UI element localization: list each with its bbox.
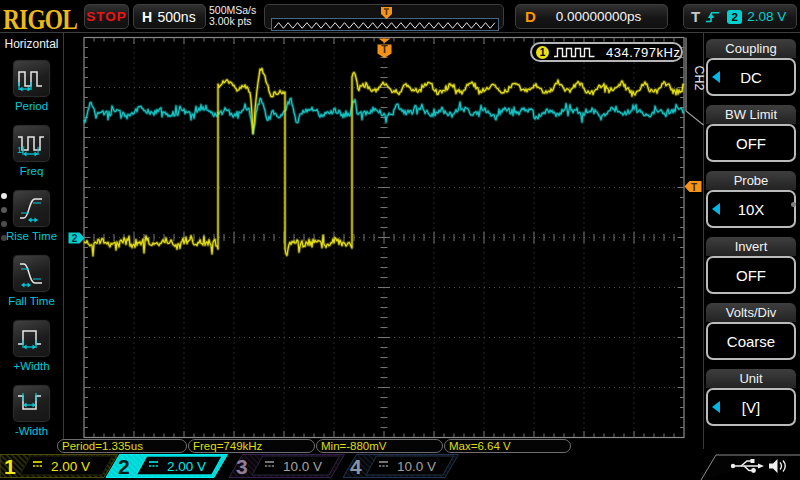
volts-div-label: Volts/Div (706, 303, 796, 322)
probe-value: 10X (738, 201, 765, 218)
bw-limit-value: OFF (736, 135, 766, 152)
invert-value-button[interactable]: OFF (706, 256, 796, 294)
measurement-min: Min=-880mV (316, 439, 443, 453)
trigger-frequency-value: 434.797kHz (606, 45, 680, 60)
scope-display: TT2CH2 (0, 0, 800, 480)
coupling-label: Coupling (706, 39, 796, 58)
measurement-period: Period=1.335us (57, 439, 187, 453)
channel-2-scale: 2.00 V (167, 459, 206, 474)
invert-label: Invert (706, 237, 796, 256)
svg-text:2: 2 (72, 233, 78, 244)
coupling-value: DC (740, 69, 762, 86)
oscilloscope-screen: RIGOL STOP H 500ns 500MSa/s 3.00k pts D (0, 0, 800, 480)
svg-text:T: T (381, 43, 388, 55)
measurement-min-text: Min=-880mV (321, 440, 387, 452)
unit-value: [V] (742, 399, 760, 416)
channel-1-number: 1 (4, 455, 16, 478)
invert-value: OFF (736, 267, 766, 284)
measurement-max: Max=6.64 V (444, 439, 571, 453)
volts-div-value: Coarse (727, 333, 775, 350)
channel-2-block[interactable]: 22.00 V (106, 455, 228, 479)
channel-4-scale: 10.0 V (397, 459, 436, 474)
selected-triangle-icon (712, 203, 720, 215)
channel-4-block[interactable]: 410.0 V (343, 455, 459, 479)
trigger-channel-dot: 1 (536, 46, 549, 59)
channel-1-block[interactable]: 12.00 V (0, 455, 118, 479)
channel-1-scale: 2.00 V (51, 459, 90, 474)
menu-item-coupling[interactable]: Coupling DC (706, 39, 796, 96)
measurement-freq: Freq=749kHz (188, 439, 315, 453)
channel-3-number: 3 (236, 455, 248, 478)
channel-4-number: 4 (350, 455, 362, 478)
menu-item-unit[interactable]: Unit [V] (706, 369, 796, 426)
channel2-menu: Coupling DC BW Limit OFF Probe 10X Inver… (704, 33, 800, 480)
svg-text:T: T (691, 182, 697, 193)
menu-item-volts-div[interactable]: Volts/Div Coarse (706, 303, 796, 360)
volts-div-value-button[interactable]: Coarse (706, 322, 796, 360)
bw-limit-label: BW Limit (706, 105, 796, 124)
unit-label: Unit (706, 369, 796, 388)
selected-triangle-icon (712, 401, 720, 413)
menu-item-bw-limit[interactable]: BW Limit OFF (706, 105, 796, 162)
unit-value-button[interactable]: [V] (706, 388, 796, 426)
pulse-train-icon (553, 45, 601, 59)
coupling-value-button[interactable]: DC (706, 58, 796, 96)
selected-triangle-icon (712, 71, 720, 83)
menu-item-probe[interactable]: Probe 10X (706, 171, 796, 228)
trigger-frequency-badge: 1 434.797kHz (530, 42, 683, 62)
right-menu-page-dot (791, 202, 796, 207)
measurement-period-text: Period=1.335us (62, 440, 143, 452)
channel-status-bar: 12.00 V22.00 V310.0 V410.0 V (0, 453, 800, 480)
probe-value-button[interactable]: 10X (706, 190, 796, 228)
measurement-max-text: Max=6.64 V (449, 440, 511, 452)
channel-3-block[interactable]: 310.0 V (229, 455, 345, 479)
channel-2-number: 2 (118, 455, 130, 478)
channel-3-scale: 10.0 V (283, 459, 322, 474)
status-icon-panel (690, 453, 800, 480)
probe-label: Probe (706, 171, 796, 190)
measurement-freq-text: Freq=749kHz (193, 440, 262, 452)
bw-limit-value-button[interactable]: OFF (706, 124, 796, 162)
menu-item-invert[interactable]: Invert OFF (706, 237, 796, 294)
